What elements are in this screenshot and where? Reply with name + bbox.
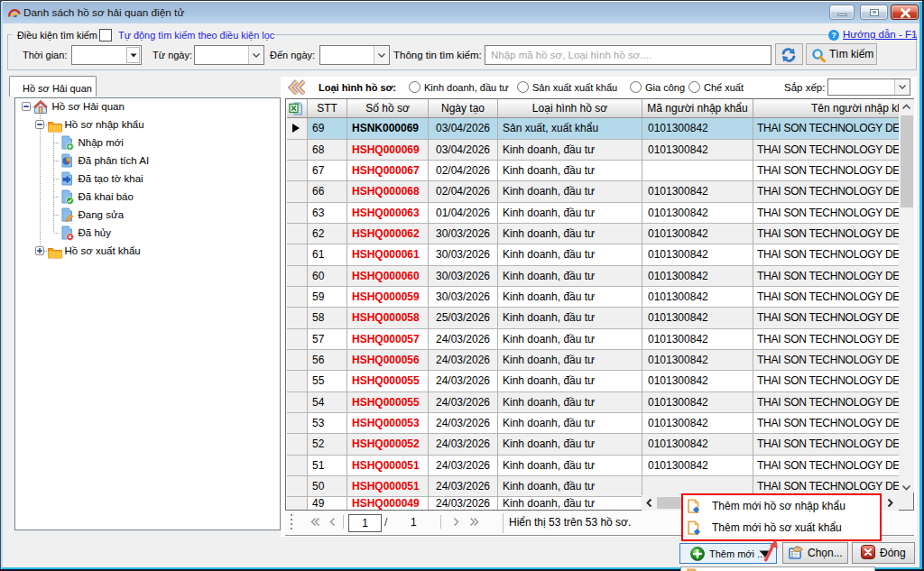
svg-text:?: ? xyxy=(831,31,836,40)
